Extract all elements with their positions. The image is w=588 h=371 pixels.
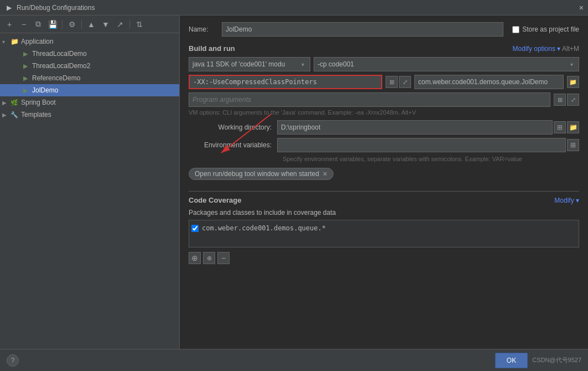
env-vars-input[interactable] bbox=[277, 138, 566, 152]
close-button[interactable]: × bbox=[579, 3, 584, 12]
tree-label-templates: Templates bbox=[21, 111, 51, 118]
name-input[interactable] bbox=[222, 22, 503, 37]
add-package-btn[interactable]: ⊕ bbox=[189, 252, 201, 264]
move-down-button[interactable]: ▼ bbox=[100, 18, 112, 30]
modify-options-arrow: ▾ bbox=[557, 45, 562, 53]
expand-arrow: ▾ bbox=[2, 39, 10, 45]
tree-item-threadlocaldemo[interactable]: ▶ ThreadLocalDemo bbox=[0, 48, 179, 60]
coverage-item-checkbox[interactable] bbox=[191, 225, 199, 232]
cp-value: -cp code001 bbox=[318, 60, 354, 68]
tree-item-application[interactable]: ▾ 📁 Application bbox=[0, 35, 179, 48]
cp-select[interactable]: -cp code001 ▾ bbox=[314, 57, 579, 71]
main-class-folder-btn[interactable]: 📁 bbox=[567, 76, 579, 88]
run-config-icon4: ▶ bbox=[21, 86, 30, 95]
vm-hint: VM options: CLI arguments to the 'Java' … bbox=[189, 109, 579, 116]
left-toolbar: + − ⧉ 💾 ⚙ ▲ ▼ ↗ ⇅ bbox=[0, 16, 179, 33]
code-coverage-header: Code Coverage Modify ▾ bbox=[189, 196, 579, 204]
add-class-btn[interactable]: ⊕ bbox=[203, 252, 215, 264]
working-dir-macro-btn[interactable]: ⊞ bbox=[554, 121, 566, 133]
working-dir-input[interactable] bbox=[277, 120, 553, 135]
config-tree: ▾ 📁 Application ▶ ThreadLocalDemo ▶ Thre… bbox=[0, 33, 179, 349]
spring-icon: 🌿 bbox=[10, 98, 19, 107]
folder-icon: 📁 bbox=[10, 37, 19, 46]
sdk-select[interactable]: java 11 SDK of 'code001' modu ▾ bbox=[189, 57, 310, 71]
run-debug-icon: ▶ bbox=[4, 3, 13, 12]
wrench-icon: 🔧 bbox=[10, 110, 19, 119]
list-actions: ⊕ ⊕ − bbox=[189, 252, 579, 264]
working-dir-folder-btn[interactable]: 📁 bbox=[567, 121, 579, 133]
coverage-item-label: com.weber.code001.demos.queue.* bbox=[202, 224, 326, 232]
working-dir-row: Working directory: ⊞ 📁 bbox=[189, 120, 579, 135]
tree-label-springboot: Spring Boot bbox=[21, 99, 56, 106]
program-args-input[interactable] bbox=[189, 92, 550, 107]
run-config-icon: ▶ bbox=[21, 49, 30, 58]
ok-button[interactable]: OK bbox=[495, 353, 528, 368]
name-label: Name: bbox=[189, 25, 222, 33]
separator2 bbox=[81, 20, 82, 29]
args-expand-btn[interactable]: ⊞ bbox=[554, 94, 566, 106]
tree-label-joldemo: JolDemo bbox=[32, 86, 58, 94]
left-panel: + − ⧉ 💾 ⚙ ▲ ▼ ↗ ⇅ ▾ 📁 Application bbox=[0, 16, 180, 349]
tree-item-templates[interactable]: ▶ 🔧 Templates bbox=[0, 109, 179, 121]
settings-button[interactable]: ⚙ bbox=[66, 18, 78, 30]
move-to-group-button[interactable]: ↗ bbox=[114, 18, 126, 30]
env-hint: Specify environment variables, separate … bbox=[283, 156, 579, 162]
vm-expand-btn[interactable]: ⊞ bbox=[386, 76, 398, 88]
env-vars-edit-btn[interactable]: ⊞ bbox=[567, 139, 579, 151]
tree-item-threadlocaldemo2[interactable]: ▶ ThreadLocalDemo2 bbox=[0, 60, 179, 72]
bottom-left: ? bbox=[7, 354, 19, 367]
sdk-cp-row: java 11 SDK of 'code001' modu ▾ -cp code… bbox=[189, 57, 579, 71]
right-panel: Name: Store as project file Build and ru… bbox=[180, 16, 588, 349]
vm-options-input[interactable] bbox=[189, 75, 382, 89]
sdk-value: java 11 SDK of 'code001' modu bbox=[192, 60, 285, 68]
vm-fullscreen-btn[interactable]: ⤢ bbox=[399, 76, 411, 88]
tree-label-referencedemo: ReferenceDemo bbox=[32, 74, 80, 82]
vm-icon-group: ⊞ ⤢ bbox=[386, 76, 411, 88]
tag-close-icon[interactable]: ✕ bbox=[322, 171, 327, 178]
tool-window-tag-container: Open run/debug tool window when started … bbox=[189, 168, 579, 187]
cp-arrow: ▾ bbox=[570, 61, 573, 68]
tree-item-referencedemo[interactable]: ▶ ReferenceDemo bbox=[0, 72, 179, 84]
expand-arrow-templates: ▶ bbox=[2, 112, 10, 118]
add-config-button[interactable]: + bbox=[3, 18, 15, 30]
code-coverage-modify-link[interactable]: Modify ▾ bbox=[554, 197, 579, 204]
tree-label-threadlocaldemo2: ThreadLocalDemo2 bbox=[32, 62, 90, 70]
build-run-header: Build and run Modify options ▾ Alt+M bbox=[189, 44, 579, 53]
build-run-title: Build and run bbox=[189, 44, 235, 53]
sdk-arrow: ▾ bbox=[301, 61, 304, 68]
vm-options-row: ⊞ ⤢ 📁 bbox=[189, 75, 579, 89]
sort-button[interactable]: ⇅ bbox=[133, 18, 145, 30]
tree-item-joldemo[interactable]: ▶ JolDemo bbox=[0, 84, 179, 96]
prog-args-icon-group: ⊞ ⤢ bbox=[554, 94, 579, 106]
remove-coverage-btn[interactable]: − bbox=[217, 252, 230, 264]
code-coverage-title: Code Coverage bbox=[189, 196, 241, 204]
env-vars-label: Environment variables: bbox=[189, 141, 277, 149]
tree-item-springboot[interactable]: ▶ 🌿 Spring Boot bbox=[0, 96, 179, 109]
move-up-button[interactable]: ▲ bbox=[85, 18, 97, 30]
title-bar: ▶ Run/Debug Configurations × bbox=[0, 0, 588, 16]
main-class-input[interactable] bbox=[414, 75, 564, 89]
store-project-checkbox[interactable] bbox=[512, 26, 519, 33]
args-fullscreen-btn[interactable]: ⤢ bbox=[567, 94, 579, 106]
env-vars-row: Environment variables: ⊞ bbox=[189, 138, 579, 152]
tree-label-threadlocaldemo: ThreadLocalDemo bbox=[32, 50, 87, 58]
separator bbox=[62, 20, 63, 29]
working-dir-label: Working directory: bbox=[189, 123, 277, 131]
help-button[interactable]: ? bbox=[7, 354, 19, 367]
modify-options-container: Modify options ▾ Alt+M bbox=[513, 45, 579, 53]
store-project-container: Store as project file bbox=[512, 25, 579, 33]
save-config-button[interactable]: 💾 bbox=[46, 18, 59, 30]
name-row: Name: Store as project file bbox=[189, 22, 579, 37]
remove-config-button[interactable]: − bbox=[18, 18, 30, 30]
run-config-icon2: ▶ bbox=[21, 61, 30, 70]
tool-window-tag[interactable]: Open run/debug tool window when started … bbox=[189, 168, 334, 180]
csdn-badge: CSDN@代号9527 bbox=[532, 356, 581, 364]
store-project-label: Store as project file bbox=[522, 25, 579, 33]
bottom-bar: ? OK CSDN@代号9527 bbox=[0, 349, 588, 371]
copy-config-button[interactable]: ⧉ bbox=[32, 18, 44, 30]
bottom-right: OK CSDN@代号9527 bbox=[495, 353, 581, 368]
coverage-packages-title: Packages and classes to include in cover… bbox=[189, 209, 579, 217]
tree-label-application: Application bbox=[21, 38, 54, 45]
program-args-row: ⊞ ⤢ bbox=[189, 92, 579, 107]
modify-options-link[interactable]: Modify options bbox=[513, 45, 555, 53]
